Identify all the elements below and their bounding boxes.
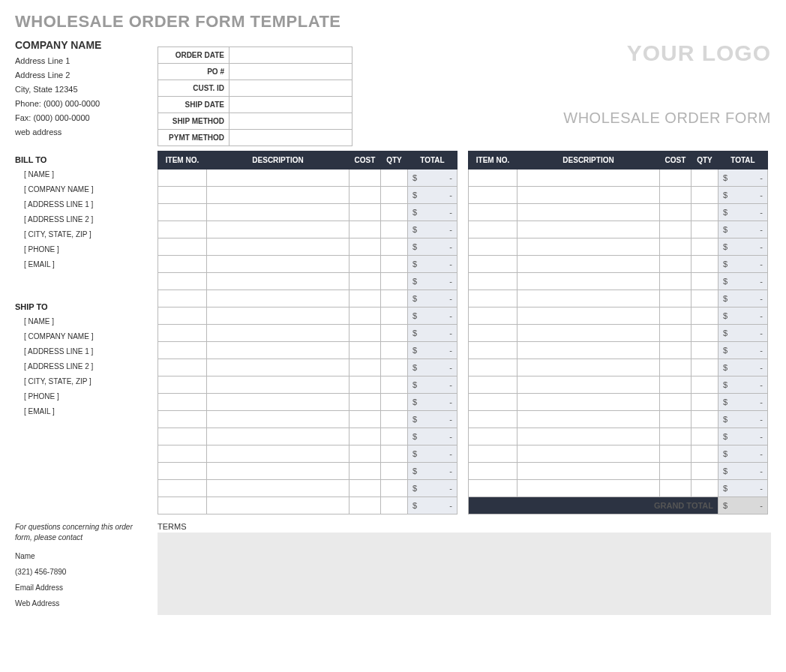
cost-cell[interactable] — [350, 394, 381, 411]
ship-to-field[interactable]: [ CITY, STATE, ZIP ] — [24, 377, 142, 386]
description-cell[interactable] — [207, 308, 350, 325]
qty-cell[interactable] — [692, 463, 718, 480]
item-no-cell[interactable] — [158, 308, 207, 325]
description-cell[interactable] — [518, 359, 660, 376]
qty-cell[interactable] — [692, 221, 718, 238]
qty-cell[interactable] — [692, 290, 718, 308]
cost-cell[interactable] — [660, 480, 692, 497]
qty-cell[interactable] — [381, 204, 408, 221]
qty-cell[interactable] — [692, 446, 718, 463]
meta-custid-value[interactable] — [230, 80, 352, 97]
item-no-cell[interactable] — [469, 480, 518, 497]
item-no-cell[interactable] — [158, 497, 207, 514]
description-cell[interactable] — [518, 290, 660, 308]
cost-cell[interactable] — [660, 428, 692, 446]
description-cell[interactable] — [207, 290, 350, 308]
item-no-cell[interactable] — [158, 238, 207, 256]
cost-cell[interactable] — [660, 170, 692, 187]
meta-po-value[interactable] — [230, 64, 352, 80]
qty-cell[interactable] — [381, 428, 408, 446]
qty-cell[interactable] — [381, 238, 408, 256]
item-no-cell[interactable] — [469, 376, 518, 394]
cost-cell[interactable] — [660, 325, 692, 342]
meta-order-date-value[interactable] — [230, 47, 352, 64]
description-cell[interactable] — [207, 325, 350, 342]
item-no-cell[interactable] — [469, 221, 518, 238]
item-no-cell[interactable] — [158, 480, 207, 497]
bill-to-field[interactable]: [ EMAIL ] — [24, 260, 142, 268]
meta-pymtmethod-value[interactable] — [230, 130, 352, 146]
qty-cell[interactable] — [692, 325, 718, 342]
description-cell[interactable] — [207, 238, 350, 256]
description-cell[interactable] — [518, 463, 660, 480]
qty-cell[interactable] — [381, 497, 408, 514]
description-cell[interactable] — [207, 497, 350, 514]
cost-cell[interactable] — [350, 256, 381, 273]
description-cell[interactable] — [518, 273, 660, 290]
description-cell[interactable] — [518, 411, 660, 428]
qty-cell[interactable] — [692, 256, 718, 273]
item-no-cell[interactable] — [469, 446, 518, 463]
cost-cell[interactable] — [350, 308, 381, 325]
ship-to-field[interactable]: [ ADDRESS LINE 2 ] — [24, 362, 142, 370]
cost-cell[interactable] — [660, 238, 692, 256]
cost-cell[interactable] — [660, 290, 692, 308]
qty-cell[interactable] — [692, 187, 718, 204]
cost-cell[interactable] — [350, 497, 381, 514]
qty-cell[interactable] — [692, 204, 718, 221]
cost-cell[interactable] — [350, 480, 381, 497]
bill-to-field[interactable]: [ ADDRESS LINE 2 ] — [24, 215, 142, 224]
ship-to-field[interactable]: [ PHONE ] — [24, 392, 142, 400]
cost-cell[interactable] — [660, 342, 692, 359]
qty-cell[interactable] — [381, 480, 408, 497]
description-cell[interactable] — [518, 308, 660, 325]
cost-cell[interactable] — [350, 376, 381, 394]
qty-cell[interactable] — [692, 411, 718, 428]
item-no-cell[interactable] — [469, 428, 518, 446]
qty-cell[interactable] — [692, 480, 718, 497]
qty-cell[interactable] — [692, 428, 718, 446]
qty-cell[interactable] — [381, 187, 408, 204]
item-no-cell[interactable] — [158, 359, 207, 376]
description-cell[interactable] — [207, 446, 350, 463]
item-no-cell[interactable] — [158, 290, 207, 308]
cost-cell[interactable] — [660, 187, 692, 204]
item-no-cell[interactable] — [469, 256, 518, 273]
cost-cell[interactable] — [350, 238, 381, 256]
description-cell[interactable] — [518, 204, 660, 221]
item-no-cell[interactable] — [469, 170, 518, 187]
item-no-cell[interactable] — [158, 463, 207, 480]
qty-cell[interactable] — [381, 411, 408, 428]
item-no-cell[interactable] — [158, 204, 207, 221]
qty-cell[interactable] — [692, 376, 718, 394]
meta-shipdate-value[interactable] — [230, 97, 352, 113]
cost-cell[interactable] — [350, 411, 381, 428]
qty-cell[interactable] — [692, 273, 718, 290]
ship-to-field[interactable]: [ COMPANY NAME ] — [24, 332, 142, 340]
cost-cell[interactable] — [660, 204, 692, 221]
item-no-cell[interactable] — [469, 290, 518, 308]
cost-cell[interactable] — [350, 463, 381, 480]
item-no-cell[interactable] — [469, 204, 518, 221]
qty-cell[interactable] — [381, 290, 408, 308]
cost-cell[interactable] — [660, 376, 692, 394]
description-cell[interactable] — [207, 204, 350, 221]
item-no-cell[interactable] — [158, 170, 207, 187]
description-cell[interactable] — [518, 480, 660, 497]
item-no-cell[interactable] — [469, 308, 518, 325]
cost-cell[interactable] — [350, 359, 381, 376]
description-cell[interactable] — [518, 256, 660, 273]
item-no-cell[interactable] — [158, 325, 207, 342]
qty-cell[interactable] — [381, 342, 408, 359]
description-cell[interactable] — [207, 359, 350, 376]
item-no-cell[interactable] — [158, 376, 207, 394]
description-cell[interactable] — [207, 394, 350, 411]
description-cell[interactable] — [207, 273, 350, 290]
bill-to-field[interactable]: [ COMPANY NAME ] — [24, 185, 142, 194]
description-cell[interactable] — [207, 187, 350, 204]
item-no-cell[interactable] — [158, 428, 207, 446]
item-no-cell[interactable] — [158, 187, 207, 204]
cost-cell[interactable] — [350, 325, 381, 342]
cost-cell[interactable] — [350, 187, 381, 204]
bill-to-field[interactable]: [ CITY, STATE, ZIP ] — [24, 230, 142, 238]
